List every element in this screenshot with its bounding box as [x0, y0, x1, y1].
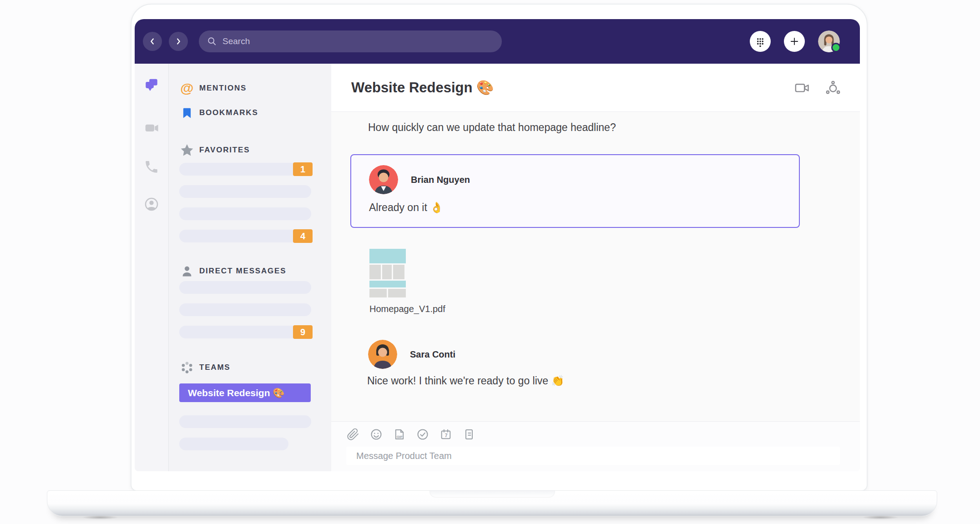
bookmark-icon — [179, 106, 195, 119]
sidebar-section-direct-messages[interactable]: DIRECT MESSAGES — [179, 262, 286, 281]
at-mentions-icon: @ — [179, 81, 195, 95]
team-placeholder[interactable] — [179, 415, 311, 428]
laptop-notch — [429, 491, 555, 498]
sidebar: @ MENTIONS BOOKMARKS FAVORITES 1 — [169, 64, 331, 471]
team-placeholder[interactable] — [179, 438, 288, 450]
laptop-foot-shadow — [862, 515, 899, 519]
smiley-icon — [370, 428, 383, 441]
search-bar[interactable] — [199, 30, 502, 52]
sidebar-item-bookmarks[interactable]: BOOKMARKS — [179, 103, 258, 122]
check-circle-icon — [416, 428, 429, 441]
file-thumbnail[interactable] — [369, 249, 406, 297]
team-dots-icon — [179, 361, 195, 374]
group-members-icon — [825, 80, 841, 96]
highlighted-message-card[interactable]: Brian Nguyen Already on it 👌 — [350, 154, 800, 228]
nav-rail — [135, 64, 169, 471]
gif-icon: GIF — [393, 428, 406, 441]
favorite-channel-placeholder[interactable] — [179, 207, 311, 220]
back-button[interactable] — [143, 32, 162, 51]
avatar-sara — [368, 340, 397, 369]
svg-text:GIF: GIF — [397, 435, 403, 439]
bookmarks-label: BOOKMARKS — [199, 108, 258, 117]
channel-header: Website Redesign 🎨 — [331, 64, 860, 112]
direct-messages-label: DIRECT MESSAGES — [199, 267, 286, 276]
top-bar-actions — [750, 30, 840, 52]
user-avatar[interactable] — [818, 30, 840, 52]
page: @ MENTIONS BOOKMARKS FAVORITES 1 — [0, 0, 980, 524]
avatar-brian — [369, 165, 398, 194]
video-camera-icon — [144, 120, 159, 136]
sidebar-item-mentions[interactable]: @ MENTIONS — [179, 79, 247, 98]
teams-label: TEAMS — [199, 363, 231, 372]
gif-button[interactable]: GIF — [393, 428, 406, 441]
video-call-icon — [794, 80, 810, 96]
message-composer: GIF — [331, 421, 860, 471]
person-icon — [179, 264, 195, 278]
new-item-button[interactable] — [784, 31, 805, 52]
message-final: Nice work! I think we're ready to go liv… — [367, 375, 860, 387]
star-icon — [179, 143, 195, 157]
author-name: Sara Conti — [410, 349, 455, 360]
calendar-icon: 7 — [439, 428, 452, 441]
dm-placeholder[interactable] — [179, 303, 311, 316]
paperclip-icon — [347, 428, 359, 441]
svg-text:7: 7 — [445, 433, 448, 438]
sidebar-item-website-redesign[interactable]: Website Redesign 🎨 — [179, 383, 311, 402]
mark-done-button[interactable] — [416, 428, 429, 441]
rail-chats-button[interactable] — [142, 76, 161, 94]
chevron-left-icon — [147, 36, 157, 46]
favorites-label: FAVORITES — [199, 146, 250, 155]
unread-badge: 9 — [293, 325, 313, 339]
start-video-call-button[interactable] — [793, 78, 812, 97]
rail-calls-button[interactable] — [142, 158, 161, 176]
file-name[interactable]: Homepage_V1.pdf — [369, 304, 860, 314]
message-final-header: Sara Conti — [368, 340, 860, 369]
sidebar-section-teams[interactable]: TEAMS — [179, 358, 231, 377]
author-name: Brian Nguyen — [411, 175, 470, 185]
file-attachment: Homepage_V1.pdf — [369, 249, 860, 314]
search-icon — [207, 36, 217, 46]
chat-app-window: @ MENTIONS BOOKMARKS FAVORITES 1 — [135, 19, 860, 471]
attach-file-button[interactable] — [346, 428, 360, 441]
laptop-foot-shadow — [82, 515, 118, 519]
favorite-channel-placeholder[interactable]: 4 — [179, 230, 311, 242]
search-input[interactable] — [222, 36, 494, 47]
forward-button[interactable] — [169, 32, 188, 51]
rail-account-button[interactable] — [142, 195, 161, 213]
message-input[interactable] — [346, 447, 840, 465]
message-list: How quickly can we update that homepage … — [331, 112, 860, 421]
phone-icon — [144, 159, 159, 175]
favorite-channel-placeholder[interactable] — [179, 185, 311, 198]
dm-placeholder[interactable]: 9 — [179, 326, 311, 338]
online-status-dot — [831, 43, 841, 52]
channel-title: Website Redesign 🎨 — [351, 79, 494, 96]
plus-icon — [788, 35, 801, 48]
thumb-hero-block — [369, 249, 406, 263]
message-question: How quickly can we update that homepage … — [368, 121, 860, 134]
chevron-right-icon — [173, 36, 183, 46]
unread-badge: 1 — [293, 162, 313, 176]
members-button[interactable] — [823, 78, 843, 97]
rail-video-button[interactable] — [142, 119, 161, 137]
message-reply: Already on it 👌 — [369, 202, 799, 214]
favorite-channel-placeholder[interactable]: 1 — [179, 163, 311, 176]
schedule-button[interactable]: 7 — [439, 428, 453, 441]
laptop-base — [47, 490, 937, 516]
note-button[interactable] — [462, 428, 476, 441]
document-icon — [463, 428, 475, 441]
top-bar — [135, 19, 860, 64]
apps-dialpad-button[interactable] — [750, 31, 771, 52]
chat-bubbles-icon — [144, 77, 159, 92]
unread-badge: 4 — [293, 229, 313, 243]
person-circle-icon — [144, 196, 159, 212]
mentions-label: MENTIONS — [199, 84, 247, 93]
dm-placeholder[interactable] — [179, 281, 311, 294]
emoji-button[interactable] — [369, 428, 383, 441]
sidebar-section-favorites[interactable]: FAVORITES — [179, 141, 250, 160]
active-team-label: Website Redesign 🎨 — [188, 388, 285, 398]
dialpad-dots-icon — [753, 35, 767, 48]
main-pane: Website Redesign 🎨 — [331, 64, 860, 471]
content-area: @ MENTIONS BOOKMARKS FAVORITES 1 — [135, 64, 860, 471]
